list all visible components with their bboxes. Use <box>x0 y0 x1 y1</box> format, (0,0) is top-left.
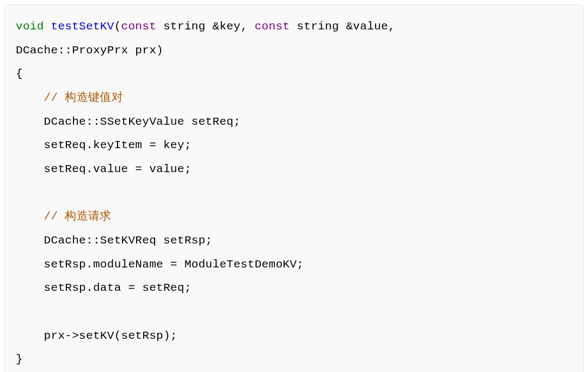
type-string: string <box>163 20 205 33</box>
comment: // 构造请求 <box>44 210 112 223</box>
param-key: &key <box>212 20 241 33</box>
comma: , <box>241 20 255 33</box>
brace-open: { <box>16 68 23 80</box>
code-line: setReq.value = value; <box>44 163 192 175</box>
function-name: testSetKV <box>51 20 114 33</box>
comment: // 构造键值对 <box>44 92 123 104</box>
keyword-const: const <box>255 20 290 33</box>
paren-open: ( <box>114 20 121 33</box>
code-line: setReq.keyItem = key; <box>44 139 192 151</box>
code-line: prx->setKV(setRsp); <box>44 330 177 342</box>
keyword-void: void <box>16 20 44 33</box>
code-line: DCache::SSetKeyValue setReq; <box>44 115 241 128</box>
comma: , <box>388 20 395 33</box>
type-string: string <box>297 20 339 33</box>
brace-close: } <box>16 353 23 365</box>
param-value: &value <box>346 20 388 33</box>
code-line: setRsp.data = setReq; <box>44 282 192 294</box>
keyword-const: const <box>121 20 157 33</box>
code-line: setRsp.moduleName = ModuleTestDemoKV; <box>44 258 304 271</box>
code-block: void testSetKV(const string &key, const … <box>4 4 584 372</box>
code-line: DCache::ProxyPrx prx) <box>16 44 163 57</box>
code-line: DCache::SetKVReq setRsp; <box>44 234 213 247</box>
